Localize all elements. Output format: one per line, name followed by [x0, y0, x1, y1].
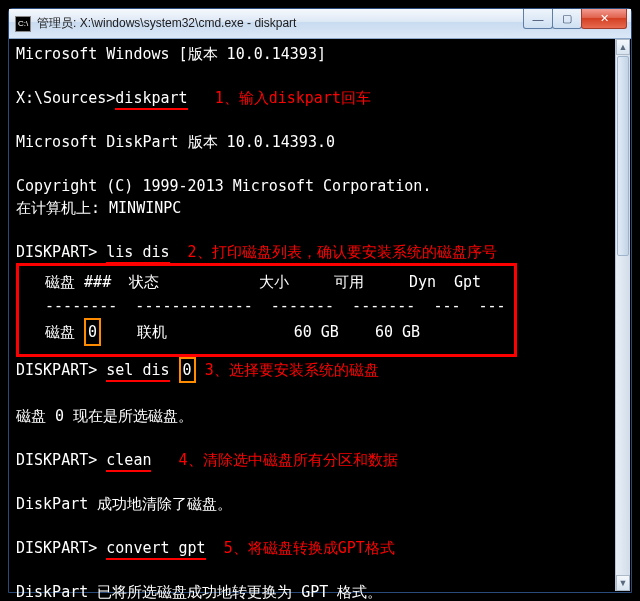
- prompt: DISKPART>: [16, 539, 97, 557]
- cmd-lisdis: lis dis: [106, 243, 169, 264]
- output-line: DiskPart 已将所选磁盘成功地转更换为 GPT 格式。: [16, 583, 382, 601]
- annotation-5: 5、将磁盘转换成GPT格式: [224, 539, 395, 557]
- annotation-1: 1、输入diskpart回车: [215, 89, 371, 107]
- cmd-clean: clean: [106, 451, 151, 472]
- cmd-window: C:\ 管理员: X:\windows\system32\cmd.exe - d…: [8, 8, 632, 593]
- annotation-3: 3、选择要安装系统的磁盘: [205, 361, 379, 379]
- prompt: DISKPART>: [16, 451, 97, 469]
- cmd-seldis: sel dis: [106, 361, 169, 382]
- output-line: Microsoft DiskPart 版本 10.0.14393.0: [16, 133, 335, 151]
- window-buttons: — ▢ ✕: [524, 9, 627, 29]
- prompt: X:\Sources>: [16, 89, 115, 107]
- annotation-4: 4、清除选中磁盘所有分区和数据: [179, 451, 398, 469]
- scroll-down-button[interactable]: ▼: [616, 575, 630, 591]
- scroll-up-button[interactable]: ▲: [616, 39, 630, 55]
- cmd-convert: convert gpt: [106, 539, 205, 560]
- disk-number: 0: [84, 318, 101, 346]
- output-line: 磁盘 0 现在是所选磁盘。: [16, 407, 193, 425]
- scroll-thumb[interactable]: [617, 56, 629, 256]
- table-dash: -------- ------------- ------- ------- -…: [27, 297, 506, 315]
- output-line: Copyright (C) 1999-2013 Microsoft Corpor…: [16, 177, 431, 195]
- prompt: DISKPART>: [16, 361, 97, 379]
- disk-table: 磁盘 ### 状态 大小 可用 Dyn Gpt -------- -------…: [16, 263, 517, 357]
- output-line: DiskPart 成功地清除了磁盘。: [16, 495, 232, 513]
- terminal-area[interactable]: Microsoft Windows [版本 10.0.14393] X:\Sou…: [10, 39, 615, 591]
- row-pre: 磁盘: [27, 323, 84, 341]
- system-icon: C:\: [15, 16, 31, 32]
- table-header: 磁盘 ### 状态 大小 可用 Dyn Gpt: [27, 273, 481, 291]
- maximize-button[interactable]: ▢: [552, 9, 582, 29]
- close-button[interactable]: ✕: [581, 9, 627, 29]
- annotation-2: 2、打印磁盘列表，确认要安装系统的磁盘序号: [188, 243, 497, 261]
- titlebar[interactable]: C:\ 管理员: X:\windows\system32\cmd.exe - d…: [9, 9, 631, 39]
- cmd-diskpart: diskpart: [115, 89, 187, 110]
- output-line: 在计算机上: MINWINPC: [16, 199, 181, 217]
- minimize-button[interactable]: —: [523, 9, 553, 29]
- output-line: Microsoft Windows [版本 10.0.14393]: [16, 45, 326, 63]
- prompt: DISKPART>: [16, 243, 97, 261]
- table-row: 磁盘 0 联机 60 GB 60 GB: [27, 323, 420, 341]
- window-title: 管理员: X:\windows\system32\cmd.exe - diskp…: [37, 15, 296, 32]
- seldis-num: 0: [179, 357, 196, 383]
- row-post: 联机 60 GB 60 GB: [101, 323, 420, 341]
- vertical-scrollbar[interactable]: ▲ ▼: [615, 39, 630, 591]
